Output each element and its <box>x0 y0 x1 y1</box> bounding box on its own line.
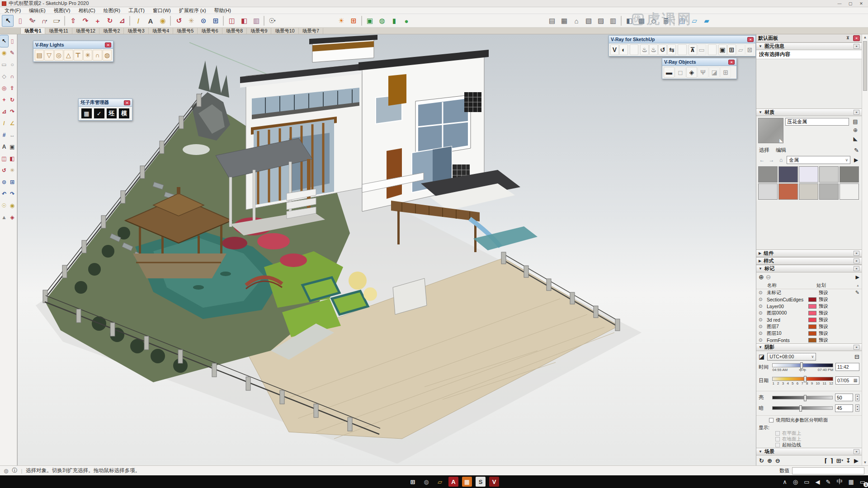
tag-color-chip[interactable] <box>808 291 816 295</box>
remove-tag-icon[interactable]: ⊖ <box>766 273 771 281</box>
scene-tab[interactable]: 场景号4 <box>149 28 173 34</box>
separator[interactable] <box>361 16 362 26</box>
display-tray-icon[interactable]: ▭ <box>804 479 809 485</box>
shadow-display-icon[interactable]: ⊟ <box>854 353 859 360</box>
scroll-down-icon[interactable]: ▼ <box>863 460 867 465</box>
render-interactive[interactable]: ♨ <box>649 44 658 55</box>
line-tool[interactable]: ✎ <box>8 47 16 59</box>
maximize-button[interactable]: ▢ <box>845 0 855 6</box>
menu-item[interactable]: 相机(C) <box>78 7 95 14</box>
followme-tool[interactable]: ↷ <box>8 106 16 117</box>
styles-panel[interactable]: ▧ <box>583 15 594 27</box>
entity-info-panel[interactable]: ▤ <box>546 15 558 27</box>
scrollbar-thumb[interactable] <box>863 41 867 91</box>
axes-tool[interactable]: # <box>0 129 8 141</box>
refresh-scene[interactable]: ⇆ <box>667 44 676 55</box>
clipper-object[interactable]: ◪ <box>709 67 720 78</box>
text-tool[interactable]: A <box>144 15 156 27</box>
pen-tray-icon[interactable]: ✎ <box>826 479 831 485</box>
separator[interactable] <box>621 16 622 26</box>
tag-row[interactable]: ⊙ 未标记 预设 ✎ <box>756 289 862 296</box>
material-swatch[interactable] <box>758 183 778 200</box>
display-option-checkbox[interactable] <box>775 437 780 441</box>
material-swatch[interactable] <box>819 166 839 183</box>
section-styles[interactable]: ▶ 样式 × <box>756 257 862 265</box>
geolocation-icon[interactable]: ◍ <box>4 468 8 474</box>
time-value-field[interactable]: 11:42 <box>835 363 859 371</box>
tag-row[interactable]: ⊙ 图层7 预设 <box>756 323 862 330</box>
close-icon[interactable]: × <box>854 44 859 49</box>
material-swatch[interactable] <box>840 183 859 200</box>
paint-bucket-tool[interactable]: ◉ <box>0 47 8 59</box>
vray-lights-titlebar[interactable]: V-Ray Lights × <box>33 41 113 49</box>
adobe-app[interactable]: A <box>448 477 458 487</box>
section-shadows[interactable]: ▼ 阴影 × <box>756 343 862 351</box>
previous-view[interactable]: ↶ <box>0 188 8 200</box>
vray-app[interactable]: V <box>489 477 499 487</box>
material-green[interactable]: ▮ <box>388 15 400 27</box>
menu-item[interactable]: 文件(F) <box>5 7 21 14</box>
photo-match[interactable]: ◍ <box>376 15 388 27</box>
tag-dash-style[interactable]: 预设 <box>819 324 837 330</box>
polygon-tool[interactable]: ◇ <box>0 70 8 82</box>
section-fill-tool[interactable]: ◧ <box>8 153 16 164</box>
close-icon[interactable]: × <box>728 60 735 65</box>
time-slider[interactable] <box>772 363 833 367</box>
offset-tool[interactable]: ◎ <box>0 82 8 94</box>
tag-row[interactable]: ⊙ FormFonts 预设 <box>756 337 862 343</box>
move-scene-right[interactable]: ⌉ <box>830 457 834 464</box>
scale-tool[interactable]: ⊿ <box>0 106 8 117</box>
move-tool[interactable]: + <box>0 94 8 106</box>
light-slider[interactable] <box>772 396 833 399</box>
close-icon[interactable]: × <box>854 449 859 454</box>
dark-spinner[interactable]: ▴▾ <box>855 404 859 412</box>
close-icon[interactable]: × <box>854 251 859 256</box>
separator[interactable] <box>630 44 638 55</box>
scale-tool[interactable]: ⊿ <box>116 15 127 27</box>
infinite-plane[interactable]: ▬ <box>664 67 675 78</box>
rectangle-tool[interactable]: ▭ <box>0 59 8 70</box>
timezone-dropdown[interactable]: UTC+08:00 ∨ <box>767 353 816 361</box>
dome-object[interactable]: ◻ <box>675 67 686 78</box>
scenes-panel[interactable]: ▥ <box>607 15 619 27</box>
close-button[interactable]: ✕ <box>856 0 866 6</box>
back-icon[interactable]: ← <box>758 156 766 164</box>
section-scenes[interactable]: ▼ 场景 × <box>756 448 862 455</box>
region-render[interactable]: ▱ <box>736 44 745 55</box>
material-swatch[interactable] <box>840 166 859 183</box>
separator[interactable] <box>223 16 224 26</box>
remove-scene-button[interactable]: ⊖ <box>775 457 781 464</box>
omni-light[interactable]: ✳ <box>83 50 92 61</box>
close-icon[interactable]: × <box>747 37 754 42</box>
zoom-tool[interactable]: ⊙ <box>197 15 209 27</box>
eye-icon[interactable]: ⊙ <box>759 304 767 309</box>
scene-tab[interactable]: 场景号8 <box>222 28 247 34</box>
material-swatch[interactable] <box>778 183 798 200</box>
tag-color-chip[interactable] <box>808 304 816 309</box>
scene-details-arrow[interactable]: ▶ <box>854 457 859 464</box>
col-dashes[interactable]: 短划 <box>816 282 826 289</box>
pi-button[interactable]: 坯 <box>107 108 117 118</box>
scene-tab[interactable]: 场景号11 <box>45 28 72 34</box>
tag-dash-style[interactable]: 预设 <box>819 303 837 310</box>
orange-app[interactable]: ▦ <box>462 477 472 487</box>
scene-tab[interactable]: 场景号10 <box>271 28 298 34</box>
eye-icon[interactable]: ⊙ <box>759 290 767 295</box>
create-material-icon[interactable]: ⊕ <box>852 127 859 134</box>
eye-icon[interactable]: ⊙ <box>759 324 767 329</box>
date-slider[interactable] <box>772 377 833 381</box>
material-swatch[interactable] <box>799 166 818 183</box>
section-plane-tool[interactable]: ◫ <box>0 153 8 164</box>
section-tags[interactable]: ▼ 标记 × <box>756 265 862 272</box>
tag-color-chip[interactable] <box>808 331 816 336</box>
mo-button[interactable]: 模 <box>119 108 129 118</box>
viewport-canvas[interactable]: V-Ray Lights × ▤▽◎△⊤✳∩◍ 坯子库管理器 × ▦✓坯模 V-… <box>17 34 756 465</box>
scene-tab[interactable]: 场景号3 <box>124 28 148 34</box>
extra-tool[interactable]: ◈ <box>8 211 16 223</box>
menu-item[interactable]: 编辑(E) <box>29 7 46 14</box>
arc-tool[interactable]: ∩ <box>8 70 16 82</box>
check-button[interactable]: ✓ <box>94 108 104 118</box>
rotate-tool[interactable]: ↻ <box>8 94 16 106</box>
tag-row[interactable]: ⊙ Layer00 预设 <box>756 303 862 310</box>
menu-item[interactable]: 视图(V) <box>54 7 71 14</box>
